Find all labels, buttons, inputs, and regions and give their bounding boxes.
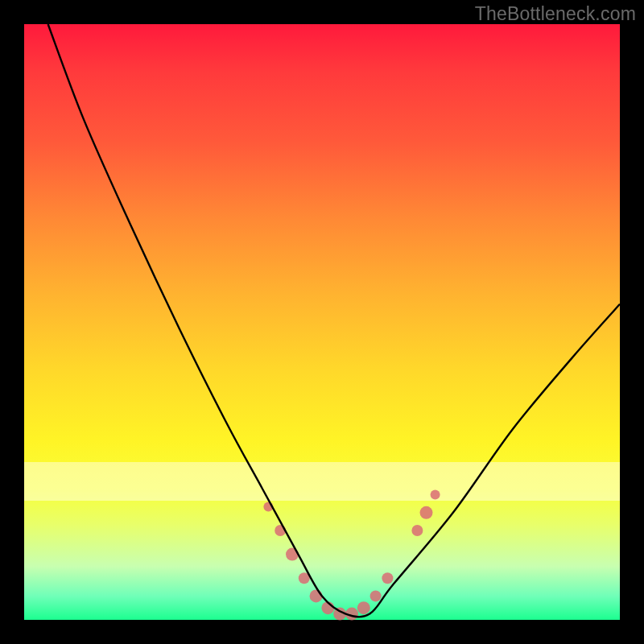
chart-svg — [24, 24, 620, 620]
chart-frame: TheBottleneck.com — [0, 0, 644, 644]
curve-marker — [420, 506, 433, 519]
curve-marker — [357, 601, 370, 614]
curve-marker — [310, 589, 323, 602]
curve-marker — [370, 590, 382, 601]
watermark-label: TheBottleneck.com — [475, 3, 636, 25]
curve-marker — [382, 572, 393, 584]
curve-marker — [431, 490, 440, 500]
plot-area — [24, 24, 620, 620]
curve-marker — [411, 525, 423, 536]
bottleneck-curve — [48, 24, 620, 617]
